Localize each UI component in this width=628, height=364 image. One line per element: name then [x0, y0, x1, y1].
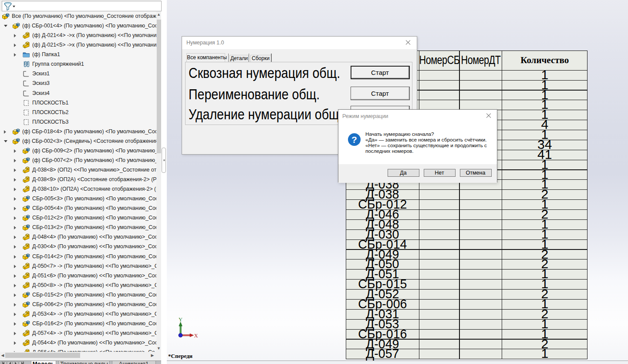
svg-text:Y: Y — [179, 317, 182, 323]
svg-text:X: X — [194, 333, 198, 339]
